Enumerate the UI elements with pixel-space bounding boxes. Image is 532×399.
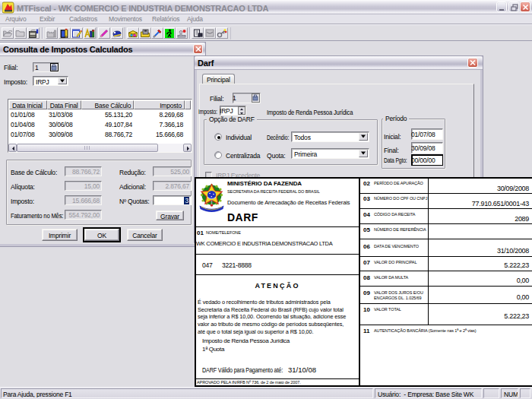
- darf-imposto-spin-button[interactable]: [238, 106, 245, 115]
- toolbar-notepad-button[interactable]: [71, 27, 83, 39]
- toolbar-company-button[interactable]: [46, 27, 58, 39]
- doc-darf-title: DARF: [227, 211, 258, 223]
- scroll-right-button[interactable]: [183, 144, 192, 152]
- doc-row-label: PERÍODO DE APURAÇÃO: [374, 181, 423, 185]
- imposto-field-label: Imposto:: [11, 198, 34, 205]
- menu-cadastros[interactable]: Cadastros: [69, 15, 97, 23]
- scroll-left-button[interactable]: [8, 144, 17, 152]
- darf-close-button[interactable]: [467, 58, 478, 68]
- toolbar-calc-button[interactable]: [111, 27, 123, 39]
- open-folder-icon: [2, 28, 13, 39]
- toolbar-save-button[interactable]: [139, 27, 151, 39]
- toolbar-preview-button[interactable]: [204, 27, 216, 39]
- reducao-label: Redução:: [119, 169, 146, 176]
- toolbar-run-button[interactable]: [163, 27, 176, 39]
- decendio-combo[interactable]: Todos: [291, 131, 369, 142]
- toolbar-folder-button[interactable]: [14, 27, 27, 39]
- decendio-dropdown-button[interactable]: [359, 133, 368, 141]
- folder-icon: [15, 28, 26, 39]
- status-empty: [483, 388, 499, 398]
- darf-filial-label: Filial:: [210, 95, 223, 103]
- inicial-field[interactable]: 01/07/08: [411, 128, 443, 140]
- col-data-final[interactable]: Data Final: [47, 100, 81, 109]
- gravar-button[interactable]: Gravar: [156, 211, 184, 220]
- consulta-title: Consulta de Impostos Calculados: [3, 45, 132, 54]
- minimize-button[interactable]: [496, 2, 507, 12]
- doc-row-value: 31/10/2008: [497, 247, 529, 255]
- doc-row-num: 07: [363, 259, 370, 266]
- consulta-close-button[interactable]: [193, 44, 203, 54]
- doc-row-num: 09: [363, 290, 370, 296]
- status-grip: [520, 388, 530, 398]
- toolbar-key-button[interactable]: [216, 27, 228, 39]
- doc-row-num: 10: [363, 306, 370, 313]
- menu-arquivo[interactable]: Arquivo: [5, 15, 26, 23]
- doc-row-label: NÚMERO DE REFERÊNCIA: [374, 227, 426, 232]
- table-row[interactable]: 01/07/08 30/09/08 88.766,72 15.666,68: [9, 129, 191, 139]
- pgto-field[interactable]: 00/00/00: [411, 154, 443, 166]
- consulta-body: Filial: 1 Imposto: IRPJ Data Inicial Dat…: [0, 56, 203, 244]
- lookup-icon: [51, 64, 58, 71]
- doc-row-value: 77.910.651/0001-43: [472, 200, 529, 207]
- final-field[interactable]: 30/09/08: [411, 142, 443, 154]
- menu-relatorios[interactable]: Relatórios: [152, 15, 179, 23]
- col-data-inicial[interactable]: Data Inicial: [9, 100, 47, 109]
- consulta-imposto-combo[interactable]: IRPJ: [33, 76, 68, 86]
- faturamento-field: 554.792,00: [65, 210, 102, 220]
- quota-dropdown-button[interactable]: [359, 150, 368, 157]
- col-imposto[interactable]: Imposto: [134, 100, 185, 109]
- notepad-pencil-icon: [71, 28, 82, 39]
- menu-exibir[interactable]: Exibir: [40, 15, 55, 23]
- toolbar-pencil-button[interactable]: [98, 27, 110, 39]
- cancelar-button[interactable]: Cancelar: [127, 229, 163, 241]
- toolbar-exit-button[interactable]: [27, 27, 40, 39]
- inicial-label: Inicial:: [384, 133, 401, 141]
- toolbar-chart-button[interactable]: [84, 27, 96, 39]
- col-base-calculo[interactable]: Base Cálculo: [81, 100, 135, 109]
- toolbar-purse-button[interactable]: [127, 27, 139, 39]
- menu-movimentos[interactable]: Movimentos: [109, 15, 142, 23]
- doc-f01-num: 01: [197, 230, 204, 236]
- radio-individual-label: Individual: [226, 134, 252, 141]
- tab-principal[interactable]: Principal: [202, 74, 235, 84]
- doc-row-num: 06: [363, 243, 370, 250]
- running-man-icon: [164, 28, 175, 39]
- quota-combo[interactable]: Primeira: [291, 148, 369, 159]
- radio-centralizada[interactable]: [214, 151, 222, 159]
- toolbar-report-button[interactable]: [192, 27, 204, 39]
- radio-individual[interactable]: [214, 133, 222, 141]
- toolbar-book-button[interactable]: [59, 27, 71, 39]
- darf-document: MINISTÉRIO DA FAZENDA SECRETARIA DA RECE…: [195, 177, 532, 387]
- darf-filial-lookup-button[interactable]: [252, 93, 260, 103]
- darf-imposto-spinedit[interactable]: IRPJ: [220, 106, 246, 116]
- imprimir-button[interactable]: Imprimir: [42, 229, 78, 241]
- doc-row-num: 11: [363, 328, 369, 334]
- decendio-value: Todos: [294, 134, 311, 141]
- ok-button[interactable]: OK: [84, 229, 119, 241]
- doc-row-value: 0,00: [517, 277, 529, 284]
- screen: MTFiscal - WK COMERCIO E INDUSTRIA DEMON…: [0, 0, 532, 399]
- consulta-window: Consulta de Impostos Calculados Filial: …: [0, 43, 205, 246]
- consulta-imposto-label: Imposto:: [4, 78, 27, 86]
- consulta-imposto-dropdown-button[interactable]: [58, 78, 67, 84]
- table-hscrollbar[interactable]: [8, 144, 192, 152]
- toolbar-pin-button[interactable]: [151, 27, 163, 39]
- doc-row-label: VALOR TOTAL: [374, 307, 401, 312]
- toolbar-open-button[interactable]: [2, 27, 14, 39]
- table-row[interactable]: 01/04/08 30/06/08 49.107,84 7.366,18: [9, 119, 191, 129]
- close-button[interactable]: [520, 2, 530, 12]
- darf-imposto-label: Imposto:: [198, 108, 222, 116]
- aliquota-field: 15,00: [65, 181, 102, 191]
- restore-button[interactable]: [508, 2, 519, 12]
- toolbar-stamp-button[interactable]: [176, 27, 188, 39]
- scroll-thumb[interactable]: [17, 144, 158, 152]
- consulta-filial-spinedit[interactable]: 1: [33, 62, 59, 72]
- darf-filial-spinedit[interactable]: 1: [233, 93, 261, 103]
- consulta-filial-lookup-button[interactable]: [50, 63, 59, 71]
- quotas-field[interactable]: 3: [153, 195, 192, 205]
- save-disk-icon: [140, 28, 150, 39]
- brazil-emblem: [198, 182, 226, 217]
- consulta-titlebar: Consulta de Impostos Calculados: [0, 43, 205, 56]
- table-row[interactable]: 01/01/08 31/03/08 55.131,20 8.269,68: [9, 109, 191, 119]
- menu-ajuda[interactable]: Ajuda: [187, 15, 203, 23]
